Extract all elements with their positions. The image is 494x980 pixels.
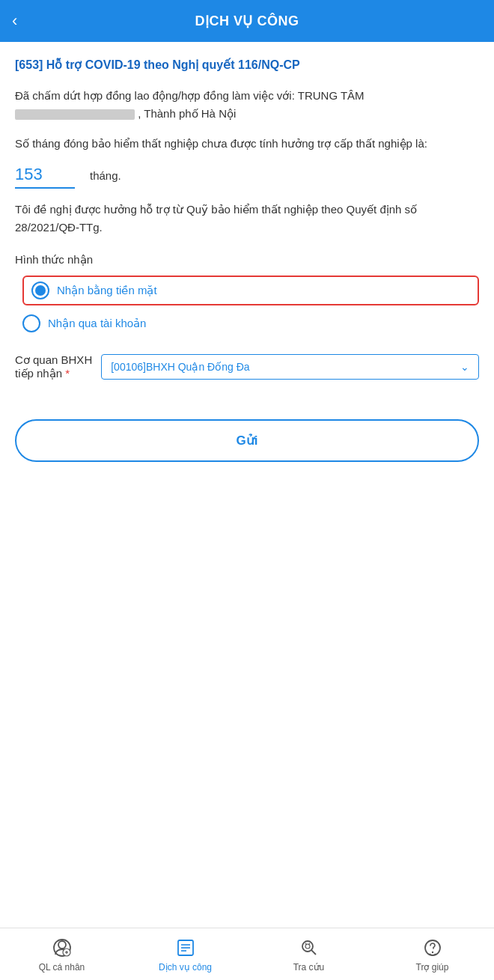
nav-label-ql-ca-nhan: QL cá nhân	[39, 962, 85, 973]
nav-label-dich-vu-cong: Dịch vụ công	[159, 962, 212, 973]
submit-button[interactable]: Gửi	[15, 419, 479, 462]
radio-label-cash: Nhận bằng tiền mặt	[57, 284, 157, 297]
tro-giup-icon	[421, 937, 444, 959]
svg-line-10	[311, 950, 316, 955]
required-star: *	[65, 367, 70, 380]
bhxh-agency-row: Cơ quan BHXHtiếp nhận * [00106]BHXH Quận…	[15, 353, 479, 380]
back-button[interactable]: ‹	[12, 11, 17, 31]
nav-item-tro-giup[interactable]: Trợ giúp	[370, 937, 494, 973]
bottom-navigation: QL cá nhân Dịch vụ công Tra cứu	[0, 928, 494, 980]
ql-ca-nhan-icon	[51, 937, 73, 959]
contract-text: Đã chấm dứt hợp đồng lao động/hợp đồng l…	[15, 87, 479, 123]
insurance-months-desc: Số tháng đóng bảo hiểm thất nghiệp chưa …	[15, 135, 479, 153]
months-row: 153 tháng.	[15, 165, 479, 189]
months-input-wrap: 153	[15, 165, 75, 189]
months-unit: tháng.	[90, 169, 121, 182]
nav-label-tro-giup: Trợ giúp	[416, 962, 449, 973]
redacted-org-name	[15, 109, 135, 120]
months-value[interactable]: 153	[15, 165, 75, 189]
radio-option-account[interactable]: Nhận qua tài khoản	[22, 314, 479, 332]
main-content: [653] Hỗ trợ COVID-19 theo Nghị quyết 11…	[0, 42, 494, 928]
header-title: DỊCH VỤ CÔNG	[0, 13, 494, 29]
bhxh-agency-dropdown[interactable]: [00106]BHXH Quận Đống Đa ⌄	[101, 354, 479, 380]
nav-item-tra-cuu[interactable]: Tra cứu	[247, 937, 370, 973]
dich-vu-cong-icon	[174, 937, 197, 959]
tra-cuu-icon	[298, 937, 320, 959]
svg-point-9	[302, 941, 313, 952]
nav-item-dich-vu-cong[interactable]: Dịch vụ công	[124, 937, 247, 973]
radio-option-cash[interactable]: Nhận bằng tiền mặt	[22, 276, 479, 305]
chevron-down-icon: ⌄	[460, 361, 469, 373]
svg-point-15	[431, 951, 433, 952]
svg-point-0	[58, 941, 66, 949]
payment-method-group: Nhận bằng tiền mặt Nhận qua tài khoản	[15, 276, 479, 332]
radio-label-account: Nhận qua tài khoản	[48, 317, 146, 330]
bhxh-agency-label: Cơ quan BHXHtiếp nhận *	[15, 353, 92, 380]
bhxh-agency-value: [00106]BHXH Quận Đống Đa	[111, 361, 454, 373]
payment-method-label: Hình thức nhận	[15, 253, 479, 267]
section-title: [653] Hỗ trợ COVID-19 theo Nghị quyết 11…	[15, 57, 479, 73]
radio-circle-account	[22, 314, 40, 332]
nav-item-ql-ca-nhan[interactable]: QL cá nhân	[0, 937, 124, 973]
app-header: ‹ DỊCH VỤ CÔNG	[0, 0, 494, 42]
svg-point-11	[305, 944, 310, 949]
nav-label-tra-cuu: Tra cứu	[293, 962, 325, 973]
radio-circle-cash	[31, 281, 49, 299]
support-request-text: Tôi đề nghị được hưởng hỗ trợ từ Quỹ bảo…	[15, 201, 479, 237]
